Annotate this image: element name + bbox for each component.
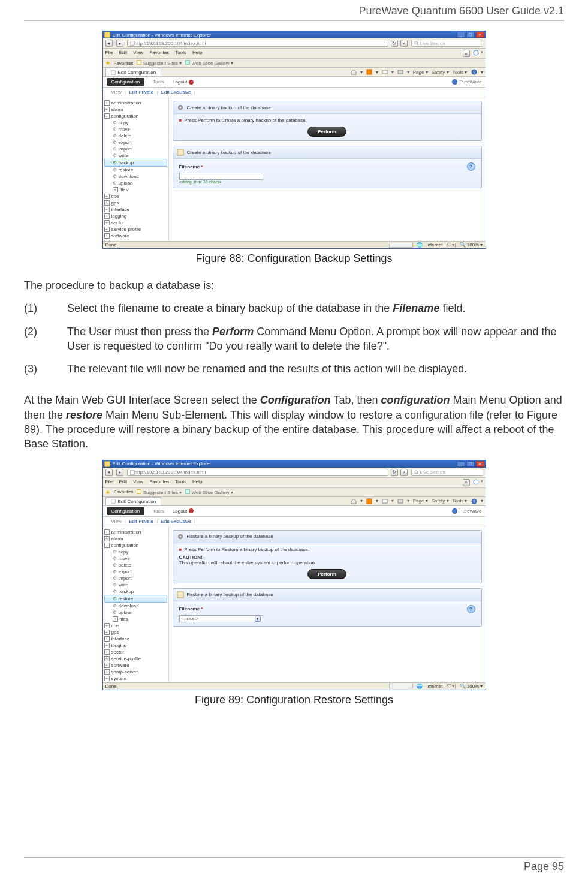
web-slice-link[interactable]: Web Slice Gallery ▾ (185, 489, 233, 495)
help-icon[interactable]: ? (467, 162, 475, 171)
tree-import[interactable]: ⚙import (104, 575, 167, 582)
top-tab-configuration[interactable]: Configuration (107, 78, 145, 86)
tools-menu[interactable]: Tools ▾ (453, 498, 468, 504)
google-icon[interactable] (473, 479, 479, 485)
top-tab-tools[interactable]: Tools (153, 508, 164, 514)
tree-configuration[interactable]: -configuration (104, 113, 167, 119)
suggested-sites-link[interactable]: Suggested Sites ▾ (137, 60, 182, 66)
search-input[interactable]: Live Search (411, 469, 483, 476)
feed-icon[interactable] (366, 498, 372, 504)
nav-back-icon[interactable]: ◄ (105, 469, 113, 476)
address-input[interactable]: http://192.168.200.104/index.html (127, 40, 388, 47)
tree-gps[interactable]: +gps (104, 629, 167, 636)
tree-backup[interactable]: ⚙backup (104, 588, 167, 595)
filename-input[interactable] (179, 173, 263, 180)
menu-help[interactable]: Help (192, 50, 202, 57)
tree-move[interactable]: ⚙move (104, 126, 167, 133)
tree-alarm[interactable]: +alarm (104, 535, 167, 542)
logout-button[interactable]: Logout (173, 79, 194, 85)
stop-icon[interactable]: × (400, 40, 408, 47)
zoom-label[interactable]: 🔍 100% ▾ (460, 242, 483, 248)
mode-edit-private[interactable]: Edit Private (129, 89, 153, 95)
tree-sector[interactable]: +sector (104, 649, 167, 655)
favorites-label[interactable]: Favorites (114, 61, 134, 66)
menu-favorites[interactable]: Favorites (149, 479, 169, 486)
tree-software[interactable]: +software (104, 233, 167, 239)
tree-write[interactable]: ⚙write (104, 582, 167, 588)
tree-upload[interactable]: ⚙upload (104, 609, 167, 616)
tree-software[interactable]: +software (104, 662, 167, 669)
favorites-star-icon[interactable]: ★ (105, 489, 110, 495)
nav-back-icon[interactable]: ◄ (105, 40, 113, 47)
tree-restore[interactable]: ⚙restore (104, 167, 167, 173)
tree-upload[interactable]: ⚙upload (104, 180, 167, 186)
top-tab-configuration[interactable]: Configuration (107, 507, 145, 515)
tree-export[interactable]: ⚙export (104, 139, 167, 146)
tree-download[interactable]: ⚙download (104, 173, 167, 180)
tree-download[interactable]: ⚙download (104, 603, 167, 609)
tree-service-profile[interactable]: +service-profile (104, 226, 167, 233)
minimize-button[interactable]: _ (457, 461, 465, 467)
tree-alarm[interactable]: +alarm (104, 106, 167, 113)
home-icon[interactable] (351, 498, 357, 504)
logout-button[interactable]: Logout (173, 508, 194, 514)
tree-interface[interactable]: +interface (104, 636, 167, 642)
mode-edit-private[interactable]: Edit Private (129, 519, 153, 524)
help-icon[interactable]: ? (471, 69, 477, 75)
google-icon[interactable] (473, 50, 479, 56)
tree-configuration[interactable]: -configuration (104, 542, 167, 549)
tree-restore-selected[interactable]: ⚙restore (104, 595, 167, 603)
suggested-sites-link[interactable]: Suggested Sites ▾ (137, 489, 182, 495)
browser-tab[interactable]: Edit Configuration (105, 68, 162, 76)
tree-write[interactable]: ⚙write (104, 152, 167, 159)
tree-files[interactable]: +files (104, 616, 167, 622)
tree-service-profile[interactable]: +service-profile (104, 655, 167, 662)
zoom-label[interactable]: 🔍 100% ▾ (460, 684, 483, 689)
close-button[interactable]: × (476, 461, 484, 467)
maximize-button[interactable]: □ (466, 32, 475, 38)
favorites-star-icon[interactable]: ★ (105, 60, 110, 66)
tree-delete[interactable]: ⚙delete (104, 133, 167, 139)
top-tab-tools[interactable]: Tools (153, 79, 164, 85)
mail-icon[interactable] (382, 498, 388, 504)
tree-move[interactable]: ⚙move (104, 555, 167, 562)
search-input[interactable]: Live Search (411, 40, 483, 47)
page-menu[interactable]: Page ▾ (413, 498, 428, 504)
tree-snmp-server[interactable]: +snmp-server (104, 669, 167, 675)
print-icon[interactable] (397, 69, 403, 75)
menu-tools[interactable]: Tools (175, 50, 186, 57)
tree-logging[interactable]: +logging (104, 642, 167, 649)
web-slice-link[interactable]: Web Slice Gallery ▾ (185, 60, 233, 66)
favorites-label[interactable]: Favorites (114, 489, 134, 495)
maximize-button[interactable]: □ (466, 461, 475, 467)
tree-backup-selected[interactable]: ⚙backup (104, 159, 167, 167)
safety-menu[interactable]: Safety ▾ (432, 70, 449, 75)
mode-edit-exclusive[interactable]: Edit Exclusive (161, 89, 191, 95)
stop-load-icon[interactable]: × (463, 479, 470, 486)
minimize-button[interactable]: _ (457, 32, 465, 38)
tree-copy[interactable]: ⚙copy (104, 549, 167, 555)
menu-edit[interactable]: Edit (119, 50, 127, 57)
tree-import[interactable]: ⚙import (104, 146, 167, 152)
tree-logging[interactable]: +logging (104, 213, 167, 219)
stop-icon[interactable]: × (400, 469, 408, 476)
tree-interface[interactable]: +interface (104, 206, 167, 213)
tools-menu[interactable]: Tools ▾ (453, 70, 468, 75)
address-input[interactable]: http://192.168.200.104/index.html (127, 469, 388, 476)
safety-menu[interactable]: Safety ▾ (432, 498, 449, 504)
tree-files[interactable]: +files (104, 186, 167, 193)
browser-tab[interactable]: Edit Configuration (105, 497, 162, 505)
tree-export[interactable]: ⚙export (104, 568, 167, 575)
stop-load-icon[interactable]: × (463, 50, 470, 57)
menu-favorites[interactable]: Favorites (149, 50, 169, 57)
nav-forward-icon[interactable]: ▸ (116, 469, 123, 476)
filename-select[interactable]: <unset> ▾ (179, 615, 263, 622)
menu-tools[interactable]: Tools (175, 479, 186, 486)
tree-target[interactable]: +target (104, 682, 167, 682)
tree-gps[interactable]: +gps (104, 200, 167, 206)
menu-view[interactable]: View (133, 50, 143, 57)
close-button[interactable]: × (476, 32, 484, 38)
tree-sector[interactable]: +sector (104, 219, 167, 226)
refresh-icon[interactable]: ↻ (391, 469, 398, 476)
tree-administration[interactable]: +administration (104, 100, 167, 106)
